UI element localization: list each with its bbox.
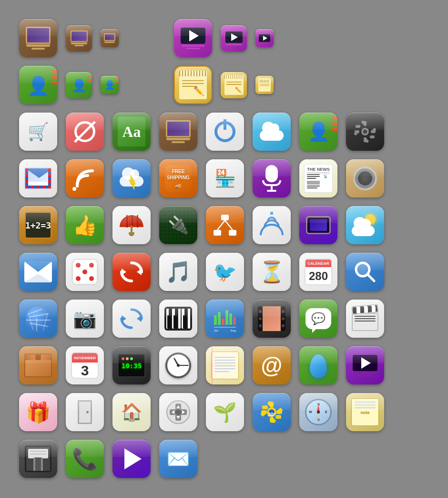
- stocks-icon[interactable]: Jul Aug: [206, 300, 244, 338]
- tv-icon-medium[interactable]: [66, 25, 92, 52]
- tv-icon-small[interactable]: [101, 29, 119, 47]
- email-icon[interactable]: @: [253, 346, 291, 384]
- video-play-icon-small[interactable]: [255, 29, 274, 47]
- store-icon[interactable]: 🏪: [206, 159, 244, 197]
- video-play-icon-large[interactable]: [174, 19, 212, 57]
- flying-mail-icon[interactable]: ✉️: [159, 440, 197, 478]
- settings-icon[interactable]: [346, 113, 384, 151]
- joystick-icon[interactable]: [159, 393, 197, 431]
- rss-icon[interactable]: [66, 159, 104, 197]
- news-icon[interactable]: THE NEWS 📡: [299, 159, 337, 197]
- film-icon[interactable]: [253, 300, 291, 338]
- wifi-icon[interactable]: [253, 206, 291, 244]
- svg-point-51: [317, 411, 320, 414]
- svg-text:W: W: [309, 410, 312, 414]
- notepad-icon-small[interactable]: [255, 76, 274, 94]
- twitter-icon[interactable]: 🐦: [206, 253, 244, 291]
- note-yellow-icon[interactable]: note: [346, 393, 384, 431]
- svg-marker-18: [122, 269, 126, 275]
- icon-row-7: 📷: [19, 300, 429, 338]
- shopping-cart-icon[interactable]: 🛒: [19, 113, 57, 151]
- video-play-icon-medium[interactable]: [221, 25, 247, 52]
- timer-icon[interactable]: ⏳: [253, 253, 291, 291]
- clock-icon[interactable]: [159, 346, 197, 384]
- terminal-icon[interactable]: 10:35: [112, 346, 151, 384]
- music-icon[interactable]: 🎵: [159, 253, 197, 291]
- door-icon[interactable]: [66, 393, 104, 431]
- svg-text:E: E: [325, 410, 327, 414]
- phone-icon[interactable]: 📞: [66, 440, 104, 478]
- water-drop-icon[interactable]: [299, 346, 337, 384]
- umbrella-icon[interactable]: [112, 206, 151, 244]
- blue-mail-icon[interactable]: [19, 253, 57, 291]
- app-grid: 👤 👤 👤: [10, 10, 438, 496]
- gear-temp-icon[interactable]: 30°: [253, 393, 291, 431]
- gift-icon[interactable]: 🎁: [19, 393, 57, 431]
- contacts-icon-large[interactable]: 👤: [19, 66, 57, 104]
- calendar-icon[interactable]: CALENDAR 280: [299, 253, 337, 291]
- date-icon[interactable]: NOVEMBER 3: [66, 346, 104, 384]
- icon-row-9: 🎁 🏠: [19, 393, 429, 431]
- block-icon[interactable]: [66, 113, 104, 151]
- play-button-icon[interactable]: [112, 440, 151, 478]
- globe-icon[interactable]: [19, 300, 57, 338]
- network-icon[interactable]: [206, 206, 244, 244]
- svg-marker-22: [122, 315, 126, 322]
- contacts-icon-small[interactable]: 👤: [101, 76, 119, 94]
- svg-marker-17: [137, 269, 142, 275]
- dictionary-icon[interactable]: Aa: [112, 113, 151, 151]
- lens-icon[interactable]: [346, 159, 384, 197]
- camera-icon[interactable]: 📷: [66, 300, 104, 338]
- mail-icon[interactable]: [19, 159, 57, 197]
- lined-notepad-icon[interactable]: [206, 346, 244, 384]
- thumbs-up-icon[interactable]: 👍: [66, 206, 104, 244]
- video-purple-icon[interactable]: [346, 346, 384, 384]
- icon-row-4: FREESHIPPING 🚚 🏪 THE NEWS: [19, 159, 429, 197]
- svg-marker-21: [137, 315, 142, 322]
- box-icon[interactable]: [19, 346, 57, 384]
- grass-icon[interactable]: 🌱: [206, 393, 244, 431]
- tv-icon-large[interactable]: [19, 19, 57, 57]
- svg-rect-12: [221, 215, 229, 220]
- icon-row-5: 1+2=3 👍: [19, 206, 429, 244]
- refresh-icon[interactable]: [112, 300, 151, 338]
- svg-line-16: [225, 220, 233, 230]
- free-shipping-icon[interactable]: FREESHIPPING 🚚: [159, 159, 197, 197]
- icon-row-6: 🎵 🐦 ⏳ CALENDAR 280: [19, 253, 429, 291]
- contacts-icon-2[interactable]: 👤: [299, 113, 337, 151]
- calculator-icon[interactable]: 1+2=3: [19, 206, 57, 244]
- weather-cloud-icon[interactable]: [346, 206, 384, 244]
- microphone-icon[interactable]: [253, 159, 291, 197]
- power-icon[interactable]: [206, 113, 244, 151]
- notepad-icon-large[interactable]: ✏️: [174, 66, 212, 104]
- svg-rect-14: [229, 230, 236, 236]
- svg-point-1: [363, 130, 367, 134]
- magnify-icon[interactable]: [346, 253, 384, 291]
- contacts-icon-medium[interactable]: 👤: [66, 72, 92, 98]
- svg-point-28: [175, 409, 181, 415]
- holiday-door-icon[interactable]: 🏠: [112, 393, 151, 431]
- svg-rect-13: [214, 230, 221, 236]
- tv-monitor-icon[interactable]: [159, 113, 197, 151]
- messages-icon[interactable]: 💬: [299, 300, 337, 338]
- notepad-icon-medium[interactable]: ✏️: [221, 72, 247, 98]
- icon-row-2: 👤 👤 👤: [19, 66, 429, 104]
- dice-icon[interactable]: [66, 253, 104, 291]
- clapper-icon[interactable]: [346, 300, 384, 338]
- screen-icon[interactable]: [299, 206, 337, 244]
- icon-row-8: NOVEMBER 3 10:35: [19, 346, 429, 384]
- svg-rect-7: [370, 135, 375, 138]
- floppy-disk-icon[interactable]: [19, 440, 57, 478]
- compass-icon[interactable]: N S E W: [299, 393, 337, 431]
- storm-icon[interactable]: [112, 159, 151, 197]
- swift-icon[interactable]: [112, 253, 151, 291]
- svg-line-20: [367, 274, 374, 281]
- svg-text:N: N: [317, 403, 320, 406]
- svg-rect-42: [262, 405, 268, 409]
- cloud-icon[interactable]: [253, 113, 291, 151]
- circuit-icon[interactable]: 🔌: [159, 206, 197, 244]
- icon-row-3: 🛒 Aa: [19, 113, 429, 151]
- piano-icon[interactable]: [159, 300, 197, 338]
- svg-rect-39: [275, 415, 281, 419]
- icon-row-1: [19, 19, 429, 57]
